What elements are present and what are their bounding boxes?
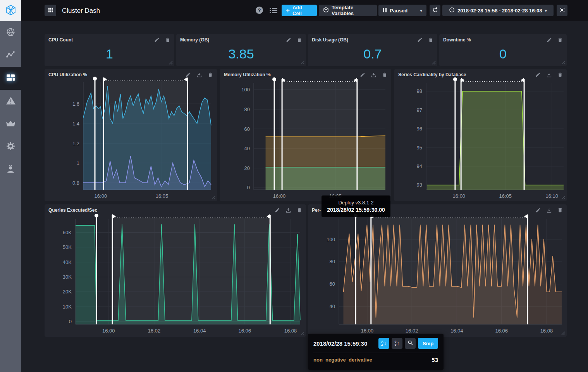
delete-icon[interactable] [557,207,563,213]
svg-text:100: 100 [327,237,335,242]
svg-text:60: 60 [330,281,335,287]
refresh-icon [432,7,438,14]
sidebar-item-hosts[interactable] [0,21,21,44]
svg-text:94: 94 [417,163,422,169]
chronograf-logo[interactable] [0,0,21,21]
edit-icon[interactable] [535,72,541,77]
chart-canvas-cpu-utilization[interactable]: 16:0016:051.61.41.210.8 [45,69,217,201]
svg-text:80: 80 [244,106,250,112]
edit-icon[interactable] [186,72,191,77]
refresh-button[interactable] [430,5,440,16]
sidebar-item-dashboards[interactable] [0,67,21,90]
chart-title: Series Cardinality by Database [398,72,530,77]
svg-text:95: 95 [417,145,422,151]
stat-value: 0 [439,44,567,64]
resize-handle[interactable] [560,195,565,200]
svg-text:1.6: 1.6 [72,101,79,107]
chart-canvas-per[interactable]: 16:0016:0216:0416:0616:08100806040 [308,204,567,337]
pause-icon [383,7,387,14]
resize-handle[interactable] [560,60,565,65]
svg-text:80: 80 [330,259,335,264]
svg-text:60K: 60K [63,230,72,235]
chart-panel-series-cardinality: 16:0016:0516:10989796959493 Series Cardi… [394,69,567,201]
chart-canvas-queries-executed[interactable]: 16:0016:0216:0416:0616:0860K50K40K30K20K… [45,204,306,337]
help-button[interactable]: ? [256,7,263,14]
legend-divider [313,353,438,353]
autorefresh-dropdown[interactable]: Paused ▾ [378,5,426,16]
legend-series-value: 53 [432,357,438,363]
sidebar-item-user-admin[interactable] [0,158,21,181]
sidebar-item-alerting[interactable] [0,90,21,113]
annotation-title: Deploy v3.8.1-2 [338,200,373,206]
svg-text:0: 0 [247,185,250,190]
svg-text:1.2: 1.2 [72,141,79,146]
cube-icon [323,7,329,14]
delete-icon[interactable] [382,72,387,77]
edit-icon[interactable] [286,37,291,43]
delete-icon[interactable] [428,37,433,43]
graph-options-button[interactable] [270,7,277,14]
sort-alphabetical-button[interactable]: A Z ↓ [378,338,389,349]
cell-title: Disk Usage (GB) [312,37,412,43]
chart-panel-cpu-utilization: 16:0016:051.61.41.210.8 CPU Utilization … [45,69,217,201]
time-range-label: 2018-02-28 15:58 - 2018-02-28 16:08 [457,8,542,14]
gear-icon [6,141,15,153]
chart-panel-queries-executed: 16:0016:0216:0416:0616:0860K50K40K30K20K… [45,204,306,337]
resize-handle[interactable] [210,195,215,200]
add-cell-button[interactable]: + Add Cell [282,5,317,16]
svg-text:20K: 20K [63,289,72,295]
sidebar-item-settings[interactable] [0,135,21,158]
svg-text:16:08: 16:08 [540,328,553,334]
edit-icon[interactable] [275,207,280,213]
svg-text:0: 0 [69,319,72,324]
delete-icon[interactable] [297,37,302,43]
sidebar-item-admin[interactable] [0,113,21,135]
delete-icon[interactable] [557,72,563,77]
delete-icon[interactable] [165,37,170,43]
svg-text:16:04: 16:04 [193,328,206,334]
clock-icon [449,7,455,14]
sort-numeric-button[interactable]: 0 9 ↑ [392,338,402,349]
resize-handle[interactable] [299,60,304,65]
resize-handle[interactable] [560,330,565,335]
delete-icon[interactable] [208,72,213,77]
svg-text:0.8: 0.8 [72,180,79,186]
legend-timestamp: 2018/02/28 15:59:30 [313,340,376,347]
dashboard-grid-button[interactable] [45,5,56,16]
svg-text:16:00: 16:00 [453,193,466,199]
edit-icon[interactable] [360,72,365,77]
resize-handle[interactable] [168,60,173,65]
svg-text:16:00: 16:00 [95,193,107,199]
edit-icon[interactable] [417,37,423,43]
svg-text:10K: 10K [63,304,72,310]
export-icon[interactable] [196,72,202,78]
chart-canvas-memory-utilization[interactable]: 16:0016:05100806040200 [220,69,391,201]
delete-icon[interactable] [557,37,563,43]
snip-button[interactable]: Snip [418,338,438,349]
svg-text:16:02: 16:02 [148,328,161,334]
chronograf-logo-icon [5,4,17,17]
presentation-mode-button[interactable] [557,5,567,16]
resize-handle[interactable] [299,330,304,335]
time-range-dropdown[interactable]: 2018-02-28 15:58 - 2018-02-28 16:08 ▾ [442,5,554,16]
sidebar-item-data-explorer[interactable] [0,44,21,67]
edit-icon[interactable] [535,207,541,213]
edit-icon[interactable] [547,37,552,43]
delete-icon[interactable] [297,207,302,213]
list-icon [270,8,277,15]
resize-handle[interactable] [431,60,436,65]
plus-icon: + [286,7,290,14]
export-icon[interactable] [546,207,552,213]
legend-series-row[interactable]: non_negative_derivative 53 [313,357,438,363]
export-icon[interactable] [546,72,552,78]
svg-text:40: 40 [330,303,335,309]
export-icon[interactable] [285,207,291,213]
legend-search-button[interactable] [405,338,416,349]
template-variables-button[interactable]: Template Variables [319,5,377,16]
edit-icon[interactable] [154,37,160,43]
chart-canvas-series-cardinality[interactable]: 16:0016:0516:10989796959493 [394,69,567,201]
svg-text:16:02: 16:02 [406,328,418,334]
svg-text:60: 60 [244,126,250,132]
user-crown-icon [6,164,15,175]
export-icon[interactable] [371,72,377,78]
